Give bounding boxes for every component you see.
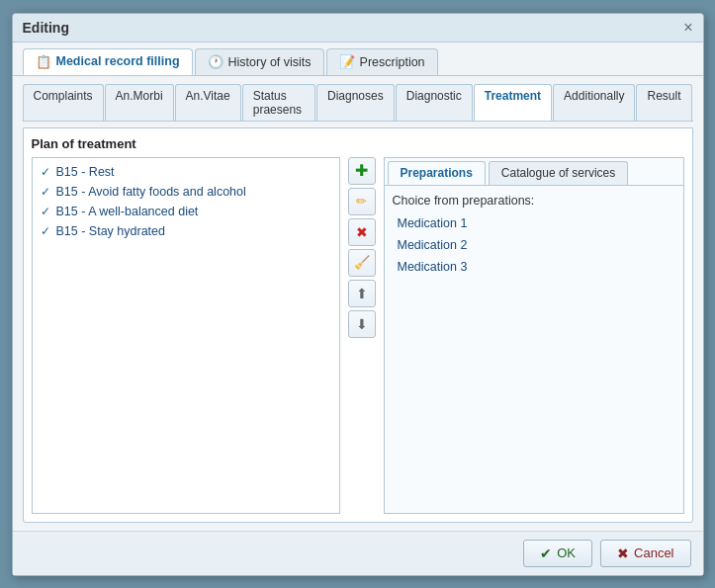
top-tabs-bar: 📋 Medical record filling 🕐 History of vi… (13, 42, 703, 76)
close-button[interactable]: × (683, 20, 692, 36)
tab-complaints[interactable]: Complaints (23, 84, 104, 121)
dialog-title: Editing (23, 20, 69, 36)
check-icon-3: ✓ (41, 205, 50, 218)
ok-button[interactable]: ✔ OK (523, 540, 592, 567)
plan-item-2[interactable]: ✓ B15 - Avoid fatty foods and alcohol (37, 182, 335, 202)
medication-item-1[interactable]: Medication 1 (393, 213, 675, 233)
tab-prescription-label: Prescription (360, 55, 425, 69)
preparations-content: Choice from preparations: Medication 1 M… (385, 186, 683, 513)
cancel-label: Cancel (634, 546, 673, 560)
add-icon: ✚ (355, 161, 368, 180)
choice-label: Choice from preparations: (393, 194, 675, 208)
treatment-area: ✓ B15 - Rest ✓ B15 - Avoid fatty foods a… (32, 157, 684, 514)
plan-list-panel[interactable]: ✓ B15 - Rest ✓ B15 - Avoid fatty foods a… (32, 157, 340, 514)
action-buttons-column: ✚ ✏ ✖ 🧹 ⬆ ⬇ (346, 157, 378, 514)
title-bar: Editing × (13, 14, 703, 42)
clear-button[interactable]: 🧹 (348, 249, 376, 277)
medication-list: Medication 1 Medication 2 Medication 3 (393, 213, 675, 277)
tab-diagnostic[interactable]: Diagnostic (396, 84, 473, 121)
check-icon-4: ✓ (41, 224, 50, 238)
main-content: Complaints An.Morbi An.Vitae Status prae… (13, 76, 703, 531)
plan-item-3[interactable]: ✓ B15 - A well-balanced diet (37, 202, 335, 221)
tab-an-morbi[interactable]: An.Morbi (105, 84, 174, 121)
dialog-footer: ✔ OK ✖ Cancel (13, 531, 703, 575)
tab-result[interactable]: Result (636, 84, 691, 121)
plan-item-1[interactable]: ✓ B15 - Rest (37, 162, 335, 182)
tab-medical-record[interactable]: 📋 Medical record filling (23, 48, 193, 75)
inner-tab-preparations[interactable]: Preparations (388, 161, 486, 185)
tab-diagnoses[interactable]: Diagnoses (316, 84, 395, 121)
inner-tabs-bar: Preparations Catalogue of services (385, 158, 683, 186)
cancel-button[interactable]: ✖ Cancel (600, 540, 690, 567)
move-down-icon: ⬇ (356, 316, 368, 332)
edit-button[interactable]: ✏ (348, 188, 376, 215)
delete-button[interactable]: ✖ (348, 218, 376, 246)
check-icon-1: ✓ (41, 165, 50, 179)
ok-label: OK (557, 546, 576, 560)
editing-dialog: Editing × 📋 Medical record filling 🕐 His… (12, 13, 704, 576)
tab-status-praesens[interactable]: Status praesens (242, 84, 315, 121)
right-panel: Preparations Catalogue of services Choic… (384, 157, 684, 514)
medication-item-2[interactable]: Medication 2 (393, 235, 675, 255)
delete-icon: ✖ (356, 224, 368, 240)
secondary-tabs-bar: Complaints An.Morbi An.Vitae Status prae… (23, 84, 693, 122)
medication-item-3[interactable]: Medication 3 (393, 257, 675, 277)
cancel-icon: ✖ (617, 546, 629, 561)
check-icon-2: ✓ (41, 185, 50, 199)
plan-item-4[interactable]: ✓ B15 - Stay hydrated (37, 221, 335, 241)
tab-medical-record-label: Medical record filling (56, 54, 180, 68)
tab-an-vitae[interactable]: An.Vitae (175, 84, 241, 121)
prescription-icon: 📝 (339, 54, 355, 69)
inner-tab-catalogue[interactable]: Catalogue of services (489, 161, 628, 185)
ok-icon: ✔ (540, 546, 552, 561)
tab-content-area: Plan of treatment ✓ B15 - Rest ✓ B15 - A… (23, 127, 693, 523)
plan-header: Plan of treatment (32, 136, 684, 151)
add-button[interactable]: ✚ (348, 157, 376, 185)
tab-history-visits[interactable]: 🕐 History of visits (195, 48, 324, 75)
tab-history-visits-label: History of visits (228, 55, 312, 69)
move-up-icon: ⬆ (356, 286, 368, 301)
clear-icon: 🧹 (354, 255, 370, 270)
medical-record-icon: 📋 (36, 54, 51, 69)
history-visits-icon: 🕐 (208, 54, 223, 69)
move-down-button[interactable]: ⬇ (348, 310, 376, 338)
edit-icon: ✏ (356, 194, 367, 209)
tab-additionally[interactable]: Additionally (553, 84, 635, 121)
tab-treatment[interactable]: Treatment (474, 84, 552, 121)
move-up-button[interactable]: ⬆ (348, 280, 376, 307)
tab-prescription[interactable]: 📝 Prescription (326, 48, 438, 75)
